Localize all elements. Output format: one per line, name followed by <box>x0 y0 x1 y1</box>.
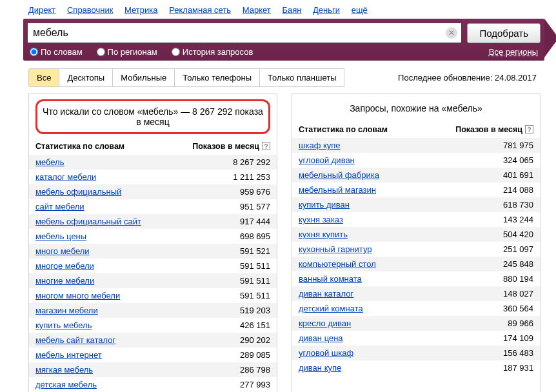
query-link[interactable]: сайт мебели <box>35 202 212 211</box>
radio-by-words-input[interactable] <box>30 48 38 56</box>
table-row: диван каталог148 027 <box>292 286 540 301</box>
nav-spravochnik[interactable]: Справочник <box>67 5 114 15</box>
nav-adnetwork[interactable]: Рекламная сеть <box>169 5 231 15</box>
nav-money[interactable]: Деньги <box>313 5 340 15</box>
table-row: много мебели591 521 <box>29 244 277 259</box>
radio-by-regions[interactable]: По регионам <box>97 47 157 57</box>
query-link[interactable]: мебельный магазин <box>299 185 475 195</box>
right-table-head: Статистика по словам Показов в месяц? <box>292 121 540 138</box>
right-title: Запросы, похожие на «мебель» <box>292 94 540 121</box>
all-regions-link[interactable]: Все регионы <box>489 47 538 57</box>
tab-all[interactable]: Все <box>28 68 59 87</box>
radio-label: По регионам <box>108 47 157 57</box>
radio-by-words[interactable]: По словам <box>30 47 83 57</box>
impressions-count: 591 511 <box>212 261 270 271</box>
query-link[interactable]: диван купе <box>299 363 475 373</box>
query-link[interactable]: кресло диван <box>299 318 475 328</box>
query-link[interactable]: угловой шкаф <box>299 348 475 358</box>
table-row: диван цена174 109 <box>292 331 540 346</box>
table-row: каталог мебели1 211 253 <box>29 170 277 184</box>
impressions-count: 880 194 <box>475 274 533 284</box>
query-link[interactable]: детская мебель <box>35 380 212 389</box>
query-link[interactable]: мебель <box>35 157 212 167</box>
tab-mobile[interactable]: Мобильные <box>112 68 175 87</box>
right-column: Запросы, похожие на «мебель» Статистика … <box>292 93 541 392</box>
query-link[interactable]: ванный комната <box>299 274 475 284</box>
impressions-count: 277 993 <box>212 380 270 389</box>
query-link[interactable]: много мебели <box>35 246 212 256</box>
impressions-count: 286 798 <box>212 365 270 375</box>
search-button[interactable]: Подобрать <box>467 23 541 43</box>
table-row: детский комната360 564 <box>292 301 540 316</box>
table-row: мебельный фабрика401 691 <box>292 168 540 182</box>
query-link[interactable]: диван каталог <box>299 289 475 299</box>
table-row: диван купе187 931 <box>292 360 540 375</box>
radio-history-input[interactable] <box>172 48 180 56</box>
clear-icon[interactable]: ✕ <box>446 27 457 39</box>
tab-desktops[interactable]: Десктопы <box>59 68 113 87</box>
query-link[interactable]: мебель сайт каталог <box>35 335 212 345</box>
table-row: шкаф купе781 975 <box>292 138 540 153</box>
table-row: купить мебель426 151 <box>29 318 277 333</box>
impressions-count: 324 065 <box>475 155 533 165</box>
query-link[interactable]: мебельный фабрика <box>299 170 475 180</box>
query-link[interactable]: компьютерный стол <box>299 259 475 269</box>
th-count: Показов в месяц? <box>455 125 533 134</box>
nav-market[interactable]: Маркет <box>243 5 271 15</box>
radio-history[interactable]: История запросов <box>172 47 253 57</box>
query-link[interactable]: мебель интернет <box>35 350 212 360</box>
impressions-count: 401 691 <box>475 170 533 180</box>
query-link[interactable]: диван цена <box>299 333 475 343</box>
help-icon[interactable]: ? <box>525 125 533 133</box>
table-row: многие мебели591 511 <box>29 273 277 288</box>
tab-tablets[interactable]: Только планшеты <box>259 68 344 87</box>
query-link[interactable]: кухня заказ <box>299 215 475 224</box>
query-link[interactable]: купить диван <box>299 200 475 210</box>
query-link[interactable]: мебель цены <box>35 231 212 241</box>
table-row: мягкая мебель286 798 <box>29 362 277 377</box>
query-link[interactable]: купить мебель <box>35 320 212 330</box>
impressions-count: 959 676 <box>212 187 270 197</box>
search-input[interactable] <box>28 23 446 43</box>
impressions-count: 360 564 <box>475 304 533 313</box>
query-link[interactable]: кухонный гарнитур <box>299 244 475 254</box>
radio-label: По словам <box>41 47 83 57</box>
impressions-count: 245 848 <box>475 259 533 269</box>
query-link[interactable]: угловой диван <box>299 155 475 165</box>
table-row: купить диван618 730 <box>292 197 540 212</box>
query-link[interactable]: кухня купить <box>299 230 475 239</box>
query-link[interactable]: детский комната <box>299 304 475 313</box>
query-link[interactable]: мебель официальный <box>35 187 212 197</box>
nav-more[interactable]: ещё <box>352 5 368 15</box>
query-link[interactable]: многие мебели <box>35 276 212 286</box>
impressions-count: 1 211 253 <box>212 172 270 182</box>
query-link[interactable]: мебель официальный сайт <box>35 217 212 226</box>
query-link[interactable]: шкаф купе <box>299 141 475 150</box>
impressions-count: 251 097 <box>475 244 533 254</box>
table-row: кухонный гарнитур251 097 <box>292 242 540 257</box>
query-link[interactable]: многое мебели <box>35 261 212 271</box>
nav-direct[interactable]: Директ <box>28 5 55 15</box>
table-row: магазин мебели519 203 <box>29 303 277 318</box>
table-row: мебель цены698 695 <box>29 229 277 244</box>
impressions-count: 143 244 <box>475 215 533 224</box>
table-row: угловой диван324 065 <box>292 153 540 168</box>
search-bar: ✕ Подобрать По словам По регионам Истори… <box>23 19 544 61</box>
radio-label: История запросов <box>183 47 253 57</box>
query-link[interactable]: мягкая мебель <box>35 365 212 375</box>
nav-metrika[interactable]: Метрика <box>124 5 157 15</box>
top-nav: Директ Справочник Метрика Рекламная сеть… <box>0 0 556 19</box>
help-icon[interactable]: ? <box>262 142 270 150</box>
tab-phones[interactable]: Только телефоны <box>174 68 260 87</box>
nav-bayan[interactable]: Баян <box>282 5 301 15</box>
radio-by-regions-input[interactable] <box>97 48 105 56</box>
query-link[interactable]: многом много мебели <box>35 291 212 300</box>
table-row: кухня купить504 420 <box>292 227 540 242</box>
query-link[interactable]: магазин мебели <box>35 306 212 315</box>
table-row: кухня заказ143 244 <box>292 212 540 227</box>
query-link[interactable]: каталог мебели <box>35 172 212 182</box>
th-stat: Статистика по словам <box>299 125 455 134</box>
impressions-count: 917 444 <box>212 217 270 226</box>
th-count: Показов в месяц? <box>192 142 270 151</box>
table-row: мебель официальный сайт917 444 <box>29 214 277 229</box>
